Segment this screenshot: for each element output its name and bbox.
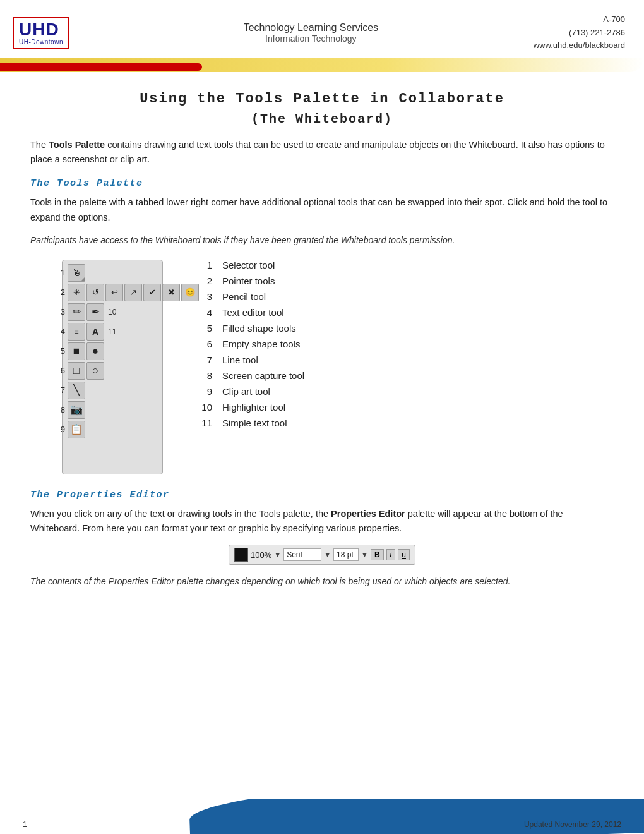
section1-para1: Tools in the palette with a tabbed lower… — [30, 195, 614, 224]
page-sub-title: (The Whiteboard) — [30, 112, 614, 126]
tool-list-item-10: 10 Highlighter tool — [201, 402, 304, 413]
toolbar-row-6: 6 □ ○ — [68, 362, 157, 380]
row-num-3: 3 — [54, 307, 65, 317]
tool-num-7: 7 — [201, 354, 212, 365]
main-content: Using the Tools Palette in Collaborate (… — [0, 76, 644, 613]
logo-subtext: UH-Downtown — [19, 39, 63, 45]
page-header: UHD UH-Downtown Technology Learning Serv… — [0, 0, 644, 57]
tool-num-10: 10 — [201, 402, 212, 413]
filled-rect-btn[interactable]: ■ — [68, 342, 85, 360]
tool-num-5: 5 — [201, 323, 212, 334]
tool-num-3: 3 — [201, 291, 212, 302]
tool-name-5: Filled shape tools — [222, 323, 296, 334]
logo-area: UHD UH-Downtown — [13, 17, 88, 49]
tool-name-1: Selector tool — [222, 260, 275, 270]
header-center-line2: Information Technology — [88, 33, 534, 44]
text-editor-btn[interactable]: ≡ — [68, 323, 85, 341]
header-right: A-700 (713) 221-2786 www.uhd.edu/blackbo… — [534, 13, 625, 52]
tool-list-item-6: 6 Empty shape tools — [201, 339, 304, 349]
pointer-check-btn[interactable]: ✔ — [143, 284, 161, 301]
bold-button[interactable]: B — [371, 549, 384, 560]
header-center: Technology Learning Services Information… — [88, 22, 534, 44]
opacity-arrow[interactable]: ▼ — [274, 551, 281, 559]
font-size[interactable]: 18 pt — [333, 548, 359, 561]
tool-name-3: Pencil tool — [222, 291, 266, 302]
banner-decoration — [0, 58, 644, 76]
toolbar-row-2: 2 ✳ ↺ ↩ ↗ ✔ ✖ 😊 — [68, 284, 157, 301]
pointer-redo-btn[interactable]: ↩ — [105, 284, 123, 301]
header-right-line1: A-700 — [534, 13, 625, 27]
row4-label: 11 — [108, 327, 116, 336]
tool-name-7: Line tool — [222, 354, 258, 365]
row-num-5: 5 — [54, 346, 65, 356]
empty-circle-btn[interactable]: ○ — [86, 362, 104, 380]
section2-para: When you click on any of the text or dra… — [30, 507, 614, 536]
tool-list-item-9: 9 Clip art tool — [201, 386, 304, 397]
pointer-x-btn[interactable]: ✖ — [162, 284, 180, 301]
empty-rect-btn[interactable]: □ — [68, 362, 85, 380]
clip-art-btn[interactable]: 📋 — [68, 421, 85, 438]
section1-italic: Participants have access to the Whiteboa… — [30, 234, 614, 247]
row-num-1: 1 — [54, 268, 65, 277]
tools-diagram: 1 🖱 2 ✳ ↺ ↩ ↗ ✔ ✖ 😊 3 ✏ ✒ — [30, 260, 614, 474]
italic-button[interactable]: i — [386, 549, 396, 560]
tool-list-item-1: 1 Selector tool — [201, 260, 304, 270]
row-num-8: 8 — [54, 405, 65, 414]
screen-capture-btn[interactable]: 📷 — [68, 401, 85, 419]
logo-uhd: UHD — [19, 21, 63, 39]
tool-num-1: 1 — [201, 260, 212, 270]
font-selector[interactable]: Serif — [283, 548, 321, 561]
simple-text-btn[interactable]: A — [86, 323, 104, 341]
pointer-arrow-btn[interactable]: ↗ — [124, 284, 142, 301]
opacity-percent: 100% — [251, 550, 271, 560]
tool-name-9: Clip art tool — [222, 386, 270, 397]
pencil-btn[interactable]: ✏ — [68, 303, 85, 321]
size-arrow[interactable]: ▼ — [361, 551, 368, 559]
toolbar-row-7: 7 ╲ — [68, 382, 157, 399]
pointer-emoji-btn[interactable]: 😊 — [181, 284, 199, 301]
row-num-9: 9 — [54, 425, 65, 434]
toolbar-image: 1 🖱 2 ✳ ↺ ↩ ↗ ✔ ✖ 😊 3 ✏ ✒ — [62, 260, 163, 474]
tool-list-item-2: 2 Pointer tools — [201, 275, 304, 286]
selector-icon: 🖱 — [72, 267, 81, 278]
pen-btn[interactable]: ✒ — [86, 303, 104, 321]
tool-list: 1 Selector tool 2 Pointer tools 3 Pencil… — [201, 260, 304, 433]
font-arrow[interactable]: ▼ — [324, 551, 331, 559]
selector-tool-btn[interactable]: 🖱 — [68, 264, 85, 282]
section2-heading: The Properties Editor — [30, 490, 614, 500]
tool-name-2: Pointer tools — [222, 275, 275, 286]
curve-red — [0, 63, 202, 71]
toolbar-row-9: 9 📋 — [68, 421, 157, 438]
tool-list-item-4: 4 Text editor tool — [201, 307, 304, 318]
toolbar-row-1: 1 🖱 — [68, 264, 157, 282]
tool-num-6: 6 — [201, 339, 212, 349]
toolbar-row-4: 4 ≡ A 11 — [68, 323, 157, 341]
tool-list-item-8: 8 Screen capture tool — [201, 370, 304, 381]
tool-name-4: Text editor tool — [222, 307, 284, 318]
row-num-6: 6 — [54, 366, 65, 375]
tool-list-item-3: 3 Pencil tool — [201, 291, 304, 302]
footer-page-num: 1 — [23, 820, 27, 829]
properties-bar: 100% ▼ Serif ▼ 18 pt ▼ B i u — [229, 545, 415, 565]
tool-num-4: 4 — [201, 307, 212, 318]
underline-button[interactable]: u — [398, 549, 410, 560]
header-right-line2: (713) 221-2786 — [534, 27, 625, 40]
tool-num-8: 8 — [201, 370, 212, 381]
pointer-undo-btn[interactable]: ↺ — [86, 284, 104, 301]
toolbar-row-3: 3 ✏ ✒ 10 — [68, 303, 157, 321]
footer-text-area: 1 Updated November 29, 2012 — [0, 820, 644, 829]
filled-circle-btn[interactable]: ● — [86, 342, 104, 360]
tool-name-8: Screen capture tool — [222, 370, 304, 381]
page-footer: 1 Updated November 29, 2012 — [0, 793, 644, 834]
row-num-2: 2 — [54, 287, 65, 297]
footer-updated: Updated November 29, 2012 — [524, 820, 621, 829]
tool-list-item-11: 11 Simple text tool — [201, 418, 304, 428]
pointer-star-btn[interactable]: ✳ — [68, 284, 85, 301]
tool-name-11: Simple text tool — [222, 418, 287, 428]
line-btn[interactable]: ╲ — [68, 382, 85, 399]
row3-label: 10 — [108, 308, 116, 317]
toolbar-row-8: 8 📷 — [68, 401, 157, 419]
tool-name-6: Empty shape tools — [222, 339, 300, 349]
color-swatch[interactable] — [234, 548, 248, 562]
section2-italic: The contents of the Properties Editor pa… — [30, 575, 614, 588]
